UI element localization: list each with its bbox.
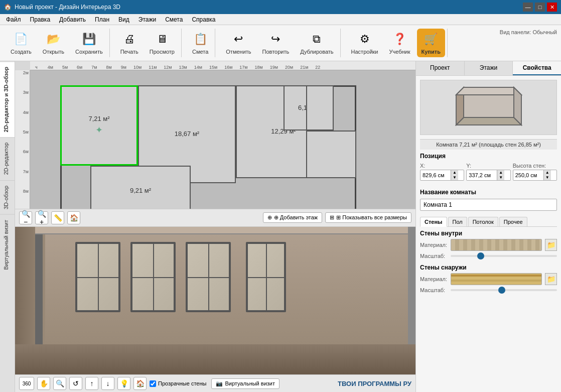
- walls-inside-material-preview: [451, 239, 542, 251]
- height-input-group[interactable]: ▲ ▼: [513, 170, 557, 181]
- y-spin-down[interactable]: ▼: [497, 175, 504, 180]
- settings-button[interactable]: ⚙ Настройки: [347, 29, 383, 57]
- x-spin-up[interactable]: ▲: [451, 170, 458, 175]
- walls-outside-scale-row: Масштаб:: [420, 287, 557, 293]
- title-bar-left: 🏠 Новый проект - Дизайн Интерьера 3D: [4, 4, 120, 11]
- floor-plan-canvas[interactable]: 7,21 м² ✦ 18,67 м² 12,29 м²: [30, 70, 415, 209]
- virtual-visit-button[interactable]: 📷 Виртуальный визит: [211, 378, 279, 389]
- tutorial-button[interactable]: ❓ Учебник: [384, 29, 414, 57]
- room-preview: [420, 80, 557, 135]
- svg-marker-1: [456, 117, 521, 125]
- floor-plan[interactable]: ч 4м 5м 6м 7м 8м 9м 10м 11м 12м 13м 14м …: [15, 61, 415, 227]
- preview-button[interactable]: 🖥 Просмотр: [145, 29, 179, 57]
- walls-inside-slider[interactable]: [451, 255, 557, 257]
- height-col: Высота стен: ▲ ▼: [513, 163, 557, 181]
- zoom-in-button[interactable]: 🔍+: [35, 211, 48, 224]
- estimate-button[interactable]: 📋 Смета: [188, 29, 213, 57]
- height-spin-down[interactable]: ▼: [544, 175, 551, 180]
- rotate-button[interactable]: ↺: [69, 377, 82, 390]
- inner-tab-walls[interactable]: Стены: [420, 217, 447, 227]
- x-col: X: ▲ ▼: [420, 163, 464, 181]
- estimate-tools: 📋 Смета: [186, 29, 215, 57]
- walls-outside-open-button[interactable]: 📁: [545, 273, 557, 285]
- minimize-button[interactable]: —: [523, 3, 533, 12]
- down-button[interactable]: ↓: [101, 377, 114, 390]
- measure-button[interactable]: 📏: [51, 211, 64, 224]
- create-button[interactable]: 📄 Создать: [6, 29, 36, 57]
- redo-button[interactable]: ↪ Повторить: [258, 29, 294, 57]
- tab-floors[interactable]: Этажи: [465, 61, 513, 75]
- walls-inside-scale-label: Масштаб:: [420, 253, 448, 259]
- room-5-area: 9,21 м²: [130, 187, 151, 194]
- view3d[interactable]: 360 ✋ 🔍 ↺ ↑ ↓ 💡 🏠 Прозрачные стены 📷 Вир…: [15, 227, 415, 393]
- tab-project[interactable]: Проект: [416, 61, 465, 75]
- height-label: Высота стен:: [513, 163, 557, 169]
- show-dimensions-button[interactable]: ⊞ ⊞ Показывать все размеры: [325, 212, 411, 223]
- save-button[interactable]: 💾 Сохранить: [71, 29, 107, 57]
- inner-tab-other[interactable]: Прочее: [499, 217, 527, 226]
- watermark: ТВОИ ПРОГРАММЫ РУ: [338, 380, 411, 387]
- room-5[interactable]: 9,21 м²: [90, 166, 191, 209]
- open-button[interactable]: 📂 Открыть: [38, 29, 69, 57]
- transparent-walls-checkbox[interactable]: [150, 380, 156, 387]
- hand-button[interactable]: ✋: [37, 377, 50, 390]
- menu-edit[interactable]: Правка: [26, 15, 55, 24]
- menu-estimate[interactable]: Смета: [161, 15, 187, 24]
- x-input[interactable]: [420, 171, 451, 179]
- height-input[interactable]: [513, 171, 543, 179]
- tab-2d[interactable]: 2D-редактор: [0, 137, 15, 180]
- maximize-button[interactable]: □: [535, 3, 545, 12]
- x-spin[interactable]: ▲ ▼: [451, 170, 458, 180]
- add-floor-button[interactable]: ⊕ ⊕ Добавить этаж: [263, 212, 323, 223]
- room-2-area: 18,67 м²: [175, 130, 199, 138]
- menu-floors[interactable]: Этажи: [134, 15, 160, 24]
- panel-view-label: Вид панели: Обычный: [500, 27, 557, 35]
- 360-button[interactable]: 360: [19, 377, 34, 390]
- close-button[interactable]: ✕: [547, 3, 557, 12]
- menu-file[interactable]: Файл: [2, 15, 25, 24]
- right-panel: Проект Этажи Свойства Комната 7,21 м² (п…: [415, 61, 561, 392]
- x-input-group[interactable]: ▲ ▼: [420, 170, 464, 181]
- up-button[interactable]: ↑: [85, 377, 98, 390]
- settings-label: Настройки: [351, 49, 378, 55]
- menu-help[interactable]: Справка: [188, 15, 219, 24]
- zoom-out-button[interactable]: 🔍−: [19, 211, 32, 224]
- buy-button[interactable]: 🛒 Купить: [417, 29, 445, 57]
- menu-plan[interactable]: План: [91, 15, 113, 24]
- x-spin-down[interactable]: ▼: [451, 175, 458, 180]
- undo-button[interactable]: ↩ Отменить: [221, 29, 255, 57]
- inner-tab-ceiling[interactable]: Потолок: [468, 217, 498, 226]
- view3d-content: 360 ✋ 🔍 ↺ ↑ ↓ 💡 🏠 Прозрачные стены 📷 Вир…: [15, 227, 415, 393]
- y-input[interactable]: [467, 171, 497, 179]
- estimate-icon: 📋: [192, 31, 208, 47]
- room-1[interactable]: 7,21 м² ✦: [60, 85, 138, 166]
- home-button-3d[interactable]: 🏠: [133, 377, 147, 390]
- canvas-area: ч 4м 5м 6м 7м 8м 9м 10м 11м 12м 13м 14м …: [15, 61, 415, 392]
- estimate-label: Смета: [192, 49, 208, 55]
- room-name-input[interactable]: [420, 199, 557, 211]
- zoom-button-3d[interactable]: 🔍: [53, 377, 66, 390]
- duplicate-button[interactable]: ⧉ Дублировать: [296, 29, 338, 57]
- tab-virtual[interactable]: Виртуальный визит: [0, 214, 15, 275]
- walls-inside-open-button[interactable]: 📁: [545, 239, 557, 251]
- menu-add[interactable]: Добавить: [55, 15, 90, 24]
- dimensions-icon: ⊞: [330, 214, 334, 221]
- walls-outside-slider[interactable]: [451, 289, 557, 291]
- home-button-plan[interactable]: 🏠: [67, 211, 80, 224]
- print-button[interactable]: 🖨 Печать: [116, 29, 143, 57]
- height-spin-up[interactable]: ▲: [544, 170, 551, 175]
- title-bar-controls[interactable]: — □ ✕: [523, 3, 557, 12]
- tab-properties[interactable]: Свойства: [513, 61, 561, 75]
- light-button[interactable]: 💡: [117, 377, 130, 390]
- inner-tab-floor[interactable]: Пол: [448, 217, 467, 226]
- height-spin[interactable]: ▲ ▼: [543, 170, 551, 180]
- transparent-walls-label[interactable]: Прозрачные стены: [150, 380, 206, 387]
- tab-3d[interactable]: 3D-обзор: [0, 180, 15, 214]
- y-spin-up[interactable]: ▲: [497, 170, 504, 175]
- open-icon: 📂: [45, 31, 61, 47]
- menu-view[interactable]: Вид: [114, 15, 133, 24]
- y-input-group[interactable]: ▲ ▼: [466, 170, 510, 181]
- y-label: Y:: [466, 163, 510, 169]
- tab-2d-3d[interactable]: 2D-редактор и 3D-обзор: [0, 61, 15, 137]
- y-spin[interactable]: ▲ ▼: [497, 170, 504, 180]
